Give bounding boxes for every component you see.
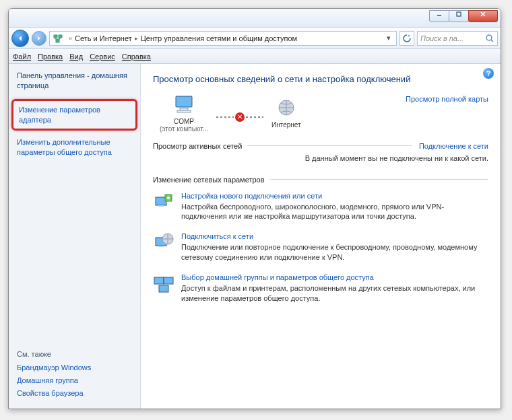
maximize-button[interactable] — [449, 10, 469, 22]
svg-rect-15 — [177, 110, 191, 112]
svg-rect-23 — [158, 246, 164, 247]
chevron-right-icon: ▸ — [132, 35, 141, 42]
connect-network-icon — [153, 232, 174, 254]
breadcrumb-dropdown[interactable]: ▾ — [384, 34, 393, 42]
nav-forward-button[interactable] — [32, 31, 46, 46]
task-homegroup-desc: Доступ к файлам и принтерам, расположенн… — [181, 283, 488, 304]
section-change-settings: Изменение сетевых параметров — [153, 176, 488, 184]
svg-rect-6 — [56, 40, 59, 42]
minimize-button[interactable] — [429, 10, 449, 22]
connection-error-icon: ✕ — [235, 112, 245, 122]
task-connect-network: Подключиться к сети Подключение или повт… — [153, 227, 488, 268]
breadcrumb[interactable]: « Сеть и Интернет ▸ Центр управления сет… — [49, 31, 397, 46]
help-icon[interactable]: ? — [483, 68, 494, 79]
globe-icon — [276, 98, 297, 118]
map-node-computer-label: COMP — [160, 118, 208, 125]
see-also-browser[interactable]: Свойства браузера — [17, 389, 132, 397]
svg-rect-4 — [54, 35, 57, 38]
sidebar-link-adapter-settings[interactable]: Изменение параметров адаптера — [11, 99, 137, 131]
network-icon — [53, 33, 63, 44]
see-also-label: См. также — [17, 350, 132, 358]
svg-rect-5 — [59, 35, 62, 38]
svg-point-11 — [486, 35, 492, 40]
main-pane: ? Просмотр основных сведений о сети и на… — [141, 64, 501, 409]
map-node-internet-label: Интернет — [271, 121, 301, 129]
breadcrumb-sep: « — [66, 35, 75, 42]
menubar: Файл Правка Вид Сервис Справка — [9, 49, 501, 64]
menu-view[interactable]: Вид — [69, 53, 83, 61]
close-button[interactable] — [468, 10, 498, 22]
svg-rect-26 — [164, 277, 173, 284]
window-controls — [430, 10, 498, 22]
content: Панель управления - домашняя страница Из… — [9, 64, 501, 409]
computer-icon — [172, 95, 196, 115]
window-frame: « Сеть и Интернет ▸ Центр управления сет… — [8, 8, 501, 409]
control-panel-home-link[interactable]: Панель управления - домашняя страница — [17, 71, 132, 91]
task-connect-network-desc: Подключение или повторное подключение к … — [181, 242, 488, 262]
svg-line-12 — [491, 40, 493, 42]
map-node-internet[interactable]: Интернет — [271, 98, 301, 129]
svg-rect-18 — [158, 205, 164, 207]
refresh-button[interactable] — [399, 31, 414, 46]
network-map-row: COMP (этот компьют... ✕ Интернет Просмот… — [153, 95, 488, 133]
setup-connection-icon — [153, 192, 174, 213]
task-homegroup-sharing: Выбор домашней группы и параметров общег… — [153, 268, 488, 309]
map-node-computer[interactable]: COMP (этот компьют... — [160, 95, 208, 133]
nav-back-button[interactable] — [11, 30, 29, 47]
connect-to-network-link[interactable]: Подключение к сети — [419, 142, 488, 150]
titlebar[interactable] — [9, 9, 501, 28]
map-connection-broken: ✕ — [214, 112, 266, 122]
breadcrumb-item-2[interactable]: Центр управления сетями и общим доступом — [141, 34, 297, 42]
no-networks-text: В данный момент вы не подключены ни к ка… — [153, 151, 488, 166]
task-setup-connection-desc: Настройка беспроводного, широкополосного… — [181, 202, 488, 222]
search-icon — [485, 34, 494, 43]
page-title: Просмотр основных сведений о сети и наст… — [153, 73, 488, 85]
breadcrumb-item-1[interactable]: Сеть и Интернет — [75, 34, 132, 42]
map-node-computer-sub: (этот компьют... — [160, 125, 208, 133]
active-networks-title: Просмотр активных сетей — [153, 142, 242, 150]
menu-edit[interactable]: Правка — [38, 53, 63, 61]
task-setup-connection-title[interactable]: Настройка нового подключения или сети — [181, 192, 488, 200]
network-map: COMP (этот компьют... ✕ Интернет — [160, 95, 301, 133]
search-placeholder: Поиск в па... — [420, 34, 463, 42]
see-also-firewall[interactable]: Брандмауэр Windows — [17, 363, 132, 372]
sidebar-link-sharing-settings[interactable]: Изменить дополнительные параметры общего… — [17, 137, 132, 158]
menu-file[interactable]: Файл — [13, 53, 31, 61]
svg-rect-25 — [154, 277, 164, 284]
search-input[interactable]: Поиск в па... — [417, 31, 498, 46]
svg-rect-1 — [457, 12, 461, 16]
menu-service[interactable]: Сервис — [90, 53, 115, 61]
sidebar: Панель управления - домашняя страница Из… — [9, 64, 141, 409]
section-active-networks: Просмотр активных сетей Подключение к се… — [153, 142, 488, 150]
svg-rect-13 — [176, 96, 192, 107]
homegroup-icon — [153, 273, 174, 295]
view-full-map-link[interactable]: Просмотр полной карты — [406, 95, 488, 103]
task-homegroup-title[interactable]: Выбор домашней группы и параметров общег… — [181, 273, 488, 281]
see-also-homegroup[interactable]: Домашняя группа — [17, 376, 132, 384]
change-settings-title: Изменение сетевых параметров — [153, 176, 265, 184]
task-connect-network-title[interactable]: Подключиться к сети — [181, 232, 488, 240]
svg-rect-27 — [159, 285, 168, 292]
task-setup-connection: Настройка нового подключения или сети На… — [153, 186, 488, 228]
navbar: « Сеть и Интернет ▸ Центр управления сет… — [9, 28, 501, 49]
menu-help[interactable]: Справка — [122, 53, 151, 61]
tasks-list: Настройка нового подключения или сети На… — [153, 186, 488, 309]
